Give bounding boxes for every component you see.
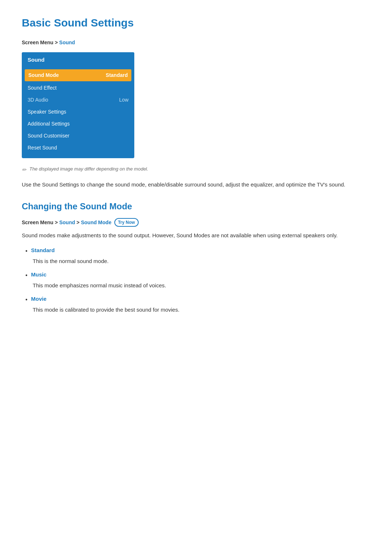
menu-item-label: Sound Customiser (28, 132, 69, 140)
list-item: •MusicThis mode emphasizes normal music … (22, 271, 370, 290)
section-soundmode-link[interactable]: Sound Mode (81, 219, 111, 226)
page-title: Basic Sound Settings (22, 15, 370, 31)
section-sep1: > (77, 219, 79, 226)
menu-item-label: 3D Audio (28, 96, 48, 104)
list-item: •MovieThis mode is calibrated to provide… (22, 295, 370, 314)
breadcrumb-sound-link[interactable]: Sound (59, 40, 75, 45)
section-description: Sound modes make adjustments to the soun… (22, 231, 370, 240)
list-item-description: This mode is calibrated to provide the b… (33, 305, 370, 314)
menu-item[interactable]: Sound Customiser (22, 130, 134, 142)
page-description: Use the Sound Settings to change the sou… (22, 180, 370, 189)
menu-item[interactable]: Sound Effect (22, 82, 134, 94)
menu-item[interactable]: 3D AudioLow (22, 94, 134, 106)
menu-item-label: Sound Effect (28, 84, 57, 92)
list-item: •StandardThis is the normal sound mode. (22, 246, 370, 266)
list-bullet-icon: • (25, 247, 28, 255)
menu-item[interactable]: Speaker Settings (22, 106, 134, 118)
menu-item[interactable]: Additional Settings (22, 118, 134, 130)
menu-item-label: Sound Mode (28, 71, 59, 79)
breadcrumb-prefix: Screen Menu > (22, 40, 59, 45)
menu-item-value: Low (119, 96, 128, 104)
list-item-description: This mode emphasizes normal music instea… (33, 281, 370, 290)
sound-menu-box: Sound Sound ModeStandardSound Effect3D A… (22, 52, 134, 158)
note-icon: ✏ (22, 166, 26, 174)
menu-item[interactable]: Sound ModeStandard (25, 69, 131, 81)
list-bullet-icon: • (25, 295, 28, 304)
list-item-description: This is the normal sound mode. (33, 257, 370, 266)
menu-item-label: Speaker Settings (28, 108, 66, 116)
breadcrumb-section: Screen Menu > Sound > Sound ModeTry Now (22, 218, 370, 227)
sound-modes-list: •StandardThis is the normal sound mode.•… (22, 246, 370, 314)
menu-item[interactable]: Reset Sound (22, 142, 134, 154)
list-item-title: Standard (31, 246, 55, 255)
menu-item-label: Reset Sound (28, 144, 57, 152)
section-title: Changing the Sound Mode (22, 200, 370, 213)
breadcrumb-top: Screen Menu > Sound (22, 39, 370, 46)
menu-header: Sound (22, 52, 134, 68)
menu-item-value: Standard (106, 71, 128, 79)
section-breadcrumb-prefix: Screen Menu > (22, 219, 58, 226)
list-item-title: Movie (31, 295, 47, 303)
list-bullet-icon: • (25, 271, 28, 280)
section-sound-link[interactable]: Sound (59, 219, 75, 226)
note-text: The displayed image may differ depending… (29, 165, 148, 173)
list-item-title: Music (31, 271, 47, 279)
menu-item-label: Additional Settings (28, 120, 70, 128)
note: ✏ The displayed image may differ dependi… (22, 165, 370, 174)
try-now-badge[interactable]: Try Now (114, 218, 139, 227)
